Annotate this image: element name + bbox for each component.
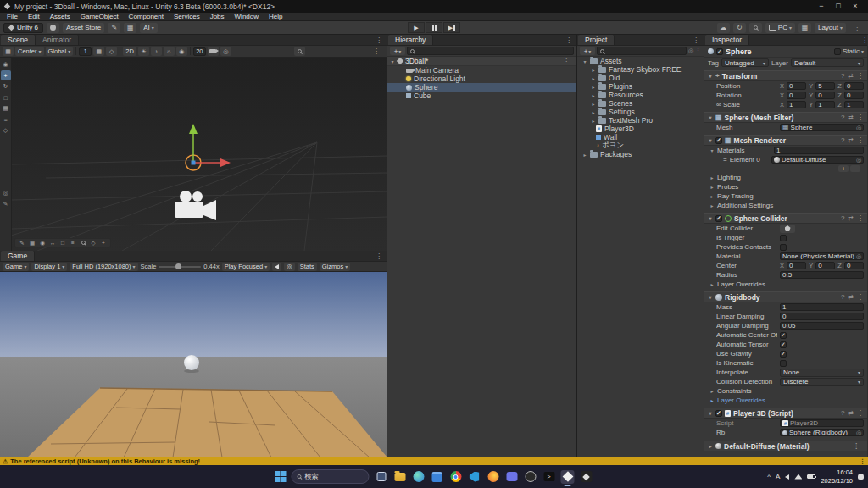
tab-project[interactable]: Project xyxy=(578,35,615,45)
kebab-icon[interactable]: ⋮ xyxy=(857,136,864,144)
add-material-button[interactable]: + xyxy=(838,165,849,172)
mesh-object-field[interactable]: ▦ Sphere ◎ xyxy=(780,124,864,131)
remove-material-button[interactable]: − xyxy=(850,165,860,172)
additional-settings-foldout[interactable]: ▸ Additional Settings xyxy=(704,201,867,210)
rigidbody-header[interactable]: ▾ Rigidbody ? ⇄ ⋮ xyxy=(704,292,867,302)
is-kinematic-checkbox[interactable] xyxy=(780,360,787,367)
play-mode-dropdown[interactable]: Play Focused ▾ xyxy=(222,263,270,271)
maximize-button[interactable]: □ xyxy=(830,0,847,13)
gizmos-toggle-icon[interactable]: ◎ xyxy=(220,47,231,56)
mesh-filter-header[interactable]: ▾ ▦ Sphere (Mesh Filter) ? ⇄ ⋮ xyxy=(704,113,867,123)
automatic-center-checkbox[interactable]: ✓ xyxy=(780,332,787,339)
kebab-icon[interactable]: ⋮ xyxy=(849,442,864,450)
object-picker-icon[interactable]: ◎ xyxy=(856,430,861,436)
tab-animator[interactable]: Animator xyxy=(36,35,79,45)
foldout-open-icon[interactable]: ▾ xyxy=(582,58,587,64)
cloud-icon[interactable]: ☁ xyxy=(717,23,730,33)
foldout-closed-icon[interactable]: ▸ xyxy=(591,84,596,90)
game-view-dropdown[interactable]: Game ▾ xyxy=(3,263,29,271)
foldout-open-icon[interactable]: ▾ xyxy=(708,215,713,221)
overlay-measure-icon[interactable]: ↔ xyxy=(48,239,57,247)
overlay-grid-icon[interactable]: ▦ xyxy=(28,239,36,247)
volume-icon[interactable] xyxy=(785,474,789,480)
mute-audio-icon[interactable] xyxy=(272,263,281,271)
chrome-icon[interactable] xyxy=(449,470,463,484)
visibility-toggle-icon[interactable]: ◉ xyxy=(176,47,187,56)
network-icon[interactable] xyxy=(794,474,802,480)
scene-toolbar-kebab-icon[interactable]: ⋮ xyxy=(369,47,384,55)
project-root-assets[interactable]: ▾ Assets xyxy=(577,57,704,65)
scene-search-icon[interactable] xyxy=(294,47,305,56)
account-button[interactable] xyxy=(47,23,59,33)
snap-increment-field[interactable]: 20 xyxy=(193,47,206,56)
tab-game[interactable]: Game xyxy=(1,251,35,261)
overlay-snap-icon[interactable]: ◇ xyxy=(89,239,97,247)
center-x-field[interactable]: 0 xyxy=(787,262,806,269)
object-name[interactable]: Sphere xyxy=(726,47,752,56)
center-z-field[interactable]: 0 xyxy=(844,262,864,269)
project-root-packages[interactable]: ▸ Packages xyxy=(577,150,704,158)
obs-icon[interactable] xyxy=(524,470,537,484)
foldout-open-icon[interactable]: ▾ xyxy=(708,73,713,79)
linear-damping-field[interactable]: 0 xyxy=(780,313,864,320)
static-dropdown[interactable]: Static ▾ xyxy=(834,47,864,55)
menu-window[interactable]: Window xyxy=(230,13,264,21)
radius-field[interactable]: 0.5 xyxy=(780,271,864,279)
snap-icon[interactable]: ◇ xyxy=(106,47,117,56)
layer-dropdown[interactable]: Default ▾ xyxy=(791,58,864,67)
scene-camera-icon[interactable] xyxy=(208,47,219,56)
taskbar-search-input[interactable]: 検索 xyxy=(292,469,370,484)
create-object-button[interactable]: + ▾ xyxy=(390,47,405,55)
tab-hierarchy[interactable]: Hierarchy xyxy=(388,35,433,45)
edit-collider-button[interactable] xyxy=(780,225,795,233)
undo-history-icon[interactable]: ↻ xyxy=(733,23,746,33)
materials-count-field[interactable]: 1 xyxy=(774,147,864,154)
panel-menu-icon[interactable]: ⋮ xyxy=(688,36,704,44)
lighting-toggle-icon[interactable]: ☀ xyxy=(138,47,149,56)
preset-icon[interactable]: ⇄ xyxy=(848,72,854,80)
vsync-icon[interactable]: ◎ xyxy=(284,263,295,271)
position-y-field[interactable]: 5 xyxy=(815,82,835,90)
asset-store-button[interactable]: Asset Store xyxy=(63,23,104,33)
project-folder[interactable]: ▸ Old xyxy=(577,74,704,82)
tab-scene[interactable]: Scene xyxy=(1,35,36,45)
create-asset-button[interactable]: + ▾ xyxy=(580,47,595,55)
play-button[interactable]: ▶ xyxy=(408,22,425,33)
project-folder[interactable]: ▸ Settings xyxy=(577,108,704,116)
kebab-icon[interactable]: ⋮ xyxy=(857,409,864,417)
foldout-closed-icon[interactable]: ▸ xyxy=(591,109,596,115)
audio-toggle-icon[interactable]: ♪ xyxy=(151,47,162,56)
angular-damping-field[interactable]: 0.05 xyxy=(780,322,864,330)
help-icon[interactable]: ? xyxy=(841,114,844,121)
component-enabled-checkbox[interactable]: ✓ xyxy=(715,410,722,417)
material-inspector-bar[interactable]: ▸ Default-Diffuse (Material) ⋮ xyxy=(704,441,867,451)
project-folder[interactable]: ▸ TextMesh Pro xyxy=(577,116,704,125)
game-viewport[interactable] xyxy=(0,272,387,458)
file-explorer-icon[interactable] xyxy=(393,470,407,484)
start-button[interactable] xyxy=(275,471,287,482)
overlay-draw-icon[interactable]: ✎ xyxy=(18,239,26,247)
discord-icon[interactable] xyxy=(505,470,519,484)
help-icon[interactable]: ? xyxy=(841,293,844,301)
status-bar[interactable]: ⚠ The referenced script (Unknown) on thi… xyxy=(0,458,868,465)
scale-y-field[interactable]: 1 xyxy=(815,101,835,108)
pause-button[interactable] xyxy=(426,22,442,33)
sphere-collider-header[interactable]: ▾ ✓ Sphere Collider ? ⇄ ⋮ xyxy=(704,214,867,224)
stats-button[interactable]: Stats xyxy=(298,263,317,271)
help-icon[interactable]: ? xyxy=(841,409,844,417)
hierarchy-item-directional-light[interactable]: Directional Light xyxy=(387,75,576,83)
tab-inspector[interactable]: Inspector xyxy=(705,35,749,45)
transform-tool[interactable]: ≡ xyxy=(1,114,11,125)
pivot-dropdown[interactable]: Center ▾ xyxy=(15,47,44,56)
preset-icon[interactable]: ⇄ xyxy=(848,136,854,144)
help-icon[interactable]: ? xyxy=(841,72,844,80)
project-options-icon[interactable]: ⋮ xyxy=(695,47,701,54)
script-object-field[interactable]: Player3D xyxy=(780,419,864,427)
custom-tool[interactable]: ◇ xyxy=(1,125,11,136)
drag-handle-icon[interactable]: = xyxy=(723,156,727,164)
constraints-foldout[interactable]: ▸ Constraints xyxy=(704,386,867,396)
preset-icon[interactable]: ⇄ xyxy=(848,114,854,121)
player-script-header[interactable]: ▾ ✓ Player 3D (Script) ? ⇄ ⋮ xyxy=(704,408,867,419)
help-icon[interactable]: ? xyxy=(841,214,844,222)
rotation-z-field[interactable]: 0 xyxy=(844,92,864,99)
